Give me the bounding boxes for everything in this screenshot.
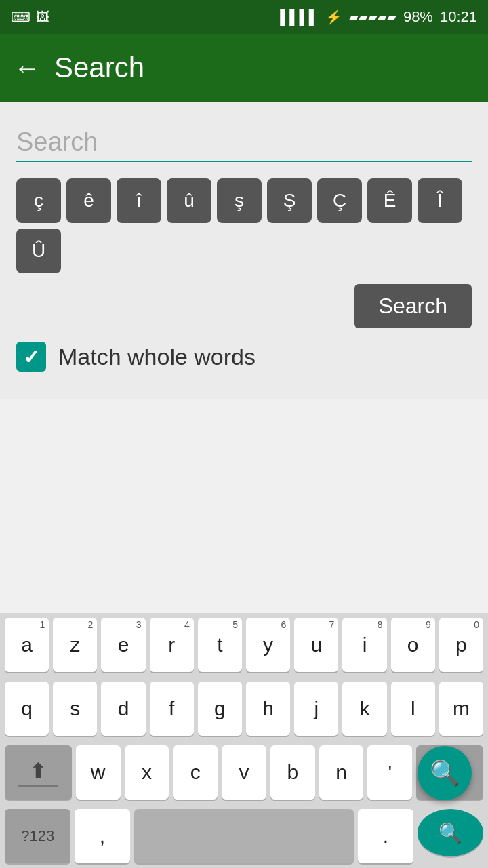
key-i[interactable]: 8 i: [342, 618, 386, 672]
shift-underline: [18, 785, 58, 787]
char-btn-e-circ[interactable]: ê: [66, 178, 111, 223]
search-input-wrapper: [16, 122, 472, 162]
key-q[interactable]: q: [5, 682, 49, 736]
key-t[interactable]: 5 t: [198, 618, 242, 672]
key-h[interactable]: h: [246, 682, 290, 736]
shift-icon: ⬆: [29, 758, 47, 784]
key-g[interactable]: g: [198, 682, 242, 736]
match-whole-words-checkbox[interactable]: ✓: [16, 342, 46, 372]
search-btn-row: Search: [16, 284, 472, 328]
time-display: 10:21: [440, 8, 477, 26]
key-j[interactable]: j: [294, 682, 338, 736]
char-btn-C-cedilla[interactable]: Ç: [317, 178, 362, 223]
keyboard-row-1: 1 a 2 z 3 e 4 r 5 t 6 y 7 u 8 i: [0, 613, 488, 677]
checkmark-icon: ✓: [23, 345, 40, 369]
search-fab-icon: 🔍: [430, 759, 460, 787]
char-btn-E-circ[interactable]: Ê: [367, 178, 412, 223]
main-content: ç ê î û ş Ş Ç Ê Î Û Search ✓ Match whole…: [0, 102, 488, 399]
key-e[interactable]: 3 e: [101, 618, 145, 672]
battery-bolt-icon: ⚡: [325, 9, 342, 25]
match-whole-words-label: Match whole words: [58, 344, 256, 370]
hint-0: 0: [474, 620, 479, 629]
keyboard-row-2: q s d f g h j k l m: [0, 677, 488, 741]
battery-icon: ▰▰▰▰▰: [349, 9, 396, 24]
signal-icon: ▌▌▌▌: [280, 9, 319, 25]
key-a[interactable]: 1 a: [5, 618, 49, 672]
char-btn-c-cedilla[interactable]: ç: [16, 178, 61, 223]
key-comma[interactable]: ,: [75, 809, 129, 863]
app-bar-title: Search: [54, 52, 144, 84]
symbols-button[interactable]: ?123: [5, 809, 70, 863]
char-btn-u-circ[interactable]: û: [167, 178, 211, 223]
keyboard: 1 a 2 z 3 e 4 r 5 t 6 y 7 u 8 i: [0, 613, 488, 868]
key-l[interactable]: l: [391, 682, 435, 736]
char-btn-s-cedilla[interactable]: ş: [217, 178, 262, 223]
hint-2: 2: [88, 620, 94, 629]
key-r[interactable]: 4 r: [150, 618, 194, 672]
status-icons: ▌▌▌▌ ⚡ ▰▰▰▰▰ 98% 10:21: [280, 8, 477, 26]
hint-3: 3: [136, 620, 142, 629]
status-left-icons: ⌨ 🖼: [11, 9, 49, 25]
keyboard-status-icon: ⌨: [11, 9, 30, 25]
keyboard-search-button[interactable]: 🔍: [418, 809, 483, 856]
key-y[interactable]: 6 y: [246, 618, 290, 672]
key-o[interactable]: 9 o: [391, 618, 435, 672]
key-c[interactable]: c: [173, 745, 218, 800]
space-key[interactable]: [134, 809, 354, 863]
hint-5: 5: [232, 620, 238, 629]
app-bar: ← Search: [0, 34, 488, 102]
key-period[interactable]: .: [358, 809, 413, 863]
search-button[interactable]: Search: [354, 284, 472, 328]
status-bar: ⌨ 🖼 ▌▌▌▌ ⚡ ▰▰▰▰▰ 98% 10:21: [0, 0, 488, 34]
search-input[interactable]: [16, 122, 472, 161]
back-button[interactable]: ←: [14, 54, 41, 81]
keyboard-row-3: ⬆ w x c v b n ' ⌫: [0, 741, 488, 804]
key-b[interactable]: b: [270, 745, 315, 800]
hint-8: 8: [378, 620, 383, 629]
special-chars-row: ç ê î û ş Ş Ç Ê Î Û: [16, 178, 472, 273]
keyboard-search-icon: 🔍: [439, 822, 462, 844]
key-u[interactable]: 7 u: [294, 618, 338, 672]
key-w[interactable]: w: [76, 745, 121, 800]
shift-button[interactable]: ⬆: [5, 745, 72, 800]
hint-9: 9: [426, 620, 431, 629]
key-x[interactable]: x: [125, 745, 169, 800]
key-s[interactable]: s: [53, 682, 97, 736]
hint-1: 1: [39, 620, 45, 629]
hint-4: 4: [184, 620, 190, 629]
key-k[interactable]: k: [342, 682, 386, 736]
symbols-label: ?123: [21, 827, 54, 845]
char-btn-U-circ[interactable]: Û: [16, 229, 61, 273]
key-m[interactable]: m: [439, 682, 483, 736]
keyboard-row-4: ?123 , . 🔍: [0, 804, 488, 868]
char-btn-I-circ[interactable]: Î: [418, 178, 462, 223]
key-p[interactable]: 0 p: [439, 618, 483, 672]
search-fab[interactable]: 🔍: [418, 746, 472, 800]
key-d[interactable]: d: [101, 682, 145, 736]
char-btn-i-circ[interactable]: î: [117, 178, 161, 223]
key-n[interactable]: n: [319, 745, 364, 800]
key-v[interactable]: v: [222, 745, 266, 800]
char-btn-S-cedilla[interactable]: Ş: [267, 178, 312, 223]
key-apostrophe[interactable]: ': [367, 745, 412, 800]
battery-percent: 98%: [403, 8, 433, 26]
key-z[interactable]: 2 z: [53, 618, 97, 672]
hint-6: 6: [281, 620, 286, 629]
key-f[interactable]: f: [150, 682, 194, 736]
match-whole-words-row: ✓ Match whole words: [16, 342, 472, 372]
hint-7: 7: [329, 620, 335, 629]
image-status-icon: 🖼: [36, 9, 49, 25]
